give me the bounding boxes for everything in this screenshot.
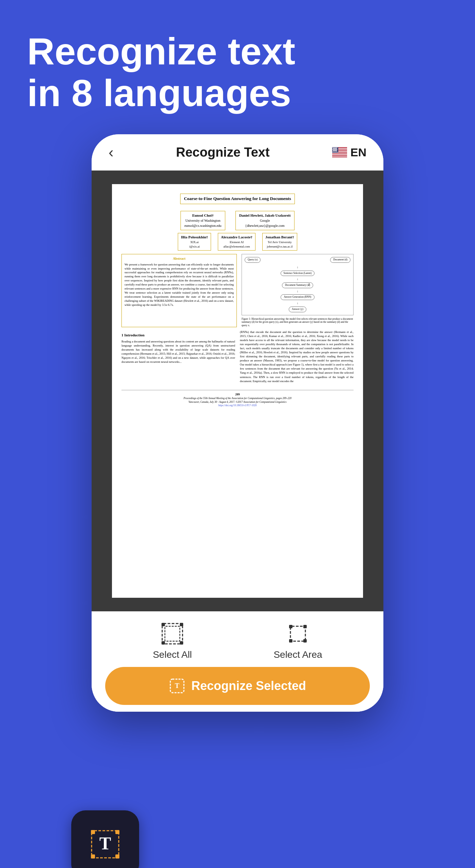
- svg-point-27: [337, 149, 337, 150]
- svg-point-22: [336, 149, 337, 149]
- svg-rect-40: [180, 623, 183, 626]
- svg-point-32: [332, 151, 333, 152]
- author-3: Illia Polosukhin† XIX.ai i@xix.ai: [178, 233, 211, 251]
- recognize-button[interactable]: T Recognize Selected: [105, 667, 370, 705]
- svg-rect-12: [332, 156, 347, 157]
- svg-point-26: [336, 149, 336, 150]
- abstract-text: We present a framework for question answ…: [125, 263, 234, 307]
- svg-point-30: [335, 150, 336, 151]
- document-area: Coarse-to-Fine Question Answering for Lo…: [92, 171, 383, 611]
- svg-text:T: T: [175, 682, 179, 689]
- doc-left-col: 1 Introduction Reading a document and an…: [121, 330, 235, 385]
- screen-title: Recognize Text: [176, 145, 270, 160]
- svg-point-18: [337, 147, 337, 148]
- svg-rect-3: [91, 854, 95, 859]
- recognize-button-label: Recognize Selected: [191, 679, 306, 693]
- svg-point-25: [335, 149, 335, 150]
- author-5: Jonathan Berant† Tel Aviv University job…: [262, 233, 297, 251]
- abstract-title: Abstract: [125, 256, 234, 261]
- document-page: Coarse-to-Fine Question Answering for Lo…: [112, 184, 363, 598]
- select-area-icon: [286, 622, 310, 646]
- footer-conference: Proceedings of the 55th Annual Meeting o…: [121, 397, 354, 400]
- headline: Recognize text in 8 languages: [0, 0, 475, 134]
- author-4: Alexandre Lacoste† Element AI allac@elem…: [218, 233, 255, 251]
- headline-line2: in 8 languages: [27, 72, 291, 114]
- svg-rect-43: [290, 626, 305, 641]
- abstract-section: Abstract We present a framework for ques…: [121, 254, 354, 327]
- back-button[interactable]: ‹: [109, 144, 114, 161]
- svg-rect-10: [332, 153, 347, 154]
- svg-rect-47: [303, 639, 307, 643]
- svg-point-23: [332, 149, 333, 150]
- svg-point-20: [334, 149, 335, 149]
- right-col-text: (RNNs) that encode the document and the …: [240, 330, 354, 383]
- doc-footer: 209 Proceedings of the 55th Annual Meeti…: [121, 390, 354, 408]
- svg-rect-46: [289, 639, 292, 643]
- doc-title: Coarse-to-Fine Question Answering for Lo…: [180, 194, 295, 204]
- svg-rect-45: [303, 625, 307, 628]
- svg-rect-4: [115, 854, 119, 859]
- section1-header: 1 Introduction: [121, 333, 235, 338]
- svg-point-15: [334, 147, 334, 148]
- recognize-icon: T: [169, 678, 185, 694]
- language-selector[interactable]: EN: [332, 146, 366, 159]
- svg-point-35: [336, 151, 336, 152]
- select-all-icon: [160, 622, 185, 646]
- svg-rect-2: [115, 830, 119, 834]
- figure-box: Query (x) Document (d) ↓ Sentence Select…: [242, 254, 354, 327]
- select-area-option[interactable]: Select Area: [273, 622, 322, 660]
- svg-point-21: [335, 149, 336, 149]
- footer-page-number: 209: [121, 392, 354, 397]
- doc-title-row: Coarse-to-Fine Question Answering for Lo…: [121, 194, 354, 208]
- svg-point-36: [337, 151, 337, 152]
- phone-bottom: Select All Select Area: [92, 611, 383, 712]
- author-2: Daniel Hewlett, Jakob Uszkoreit Google {…: [235, 211, 294, 230]
- svg-point-31: [336, 150, 337, 151]
- phone-mockup: T ‹ Recognize Text: [81, 134, 394, 868]
- svg-point-14: [332, 147, 333, 148]
- language-label: EN: [350, 146, 366, 159]
- svg-point-28: [333, 150, 334, 151]
- svg-point-33: [334, 151, 334, 152]
- author-1: Eunsol Choi† University of Washington eu…: [180, 211, 225, 230]
- headline-line1: Recognize text: [27, 30, 295, 73]
- doc-right-col: (RNNs) that encode the document and the …: [240, 330, 354, 385]
- authors-row1: Eunsol Choi† University of Washington eu…: [121, 211, 354, 230]
- svg-rect-44: [289, 625, 292, 628]
- select-all-label: Select All: [153, 649, 192, 660]
- svg-point-34: [335, 151, 335, 152]
- app-icon: T: [71, 810, 139, 868]
- figure-caption: Figure 1: Hierarchical question answerin…: [242, 317, 354, 327]
- phone-frame: ‹ Recognize Text: [92, 134, 383, 712]
- footer-conference2: Vancouver, Canada, July 30 - August 4, 2…: [121, 400, 354, 404]
- select-all-option[interactable]: Select All: [153, 622, 192, 660]
- svg-rect-39: [162, 623, 165, 626]
- svg-text:T: T: [99, 834, 111, 853]
- select-area-label: Select Area: [273, 649, 322, 660]
- svg-rect-38: [165, 626, 180, 641]
- svg-point-29: [334, 150, 335, 151]
- svg-point-19: [333, 149, 334, 149]
- svg-point-17: [336, 147, 336, 148]
- abstract-box: Abstract We present a framework for ques…: [121, 254, 237, 327]
- select-options: Select All Select Area: [92, 622, 383, 667]
- figure-diagram: Query (x) Document (d) ↓ Sentence Select…: [242, 254, 354, 315]
- svg-rect-11: [332, 154, 347, 155]
- footer-doi: https://doi.org/10.18653/v1/P17-1020: [121, 404, 354, 408]
- svg-rect-42: [180, 641, 183, 645]
- svg-rect-41: [162, 641, 165, 645]
- phone-topbar: ‹ Recognize Text: [92, 134, 383, 171]
- svg-point-24: [334, 149, 334, 150]
- svg-rect-1: [91, 830, 95, 834]
- flag-icon: [332, 147, 347, 157]
- doc-body: 1 Introduction Reading a document and an…: [121, 330, 354, 385]
- authors-row2: Illia Polosukhin† XIX.ai i@xix.ai Alexan…: [121, 233, 354, 251]
- section1-text: Reading a document and answering questio…: [121, 339, 235, 364]
- svg-point-16: [335, 147, 335, 148]
